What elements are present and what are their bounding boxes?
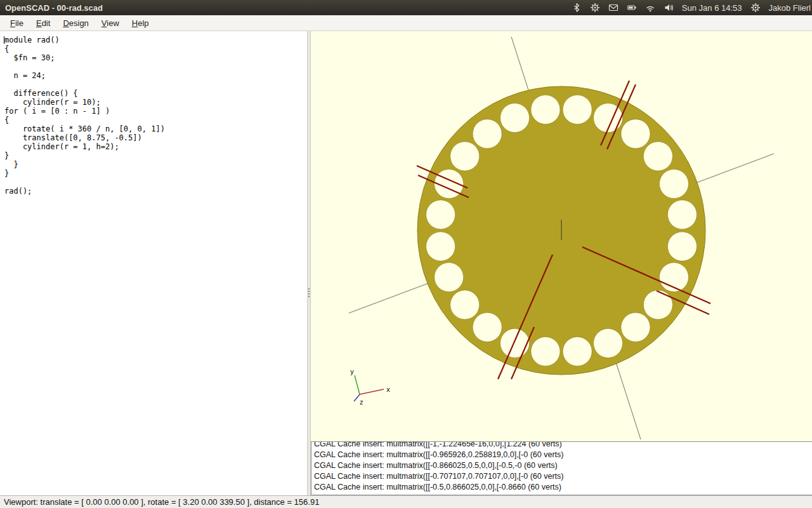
code-line: rad();	[4, 187, 307, 196]
menu-view[interactable]: View	[95, 17, 126, 30]
disc-hole	[621, 119, 650, 149]
code-line: $fn = 30;	[4, 53, 307, 62]
wifi-icon[interactable]	[645, 3, 655, 13]
disc-hole	[531, 337, 560, 366]
gear-indicator-icon[interactable]	[590, 3, 600, 13]
disc-hole	[643, 290, 672, 319]
disc-hole	[450, 142, 480, 171]
window-title: OpenSCAD - 00-rad.scad	[5, 3, 103, 13]
code-lines: module rad(){ $fn = 30; n = 24; differen…	[0, 31, 307, 196]
disc-hole	[501, 104, 530, 133]
system-panel: OpenSCAD - 00-rad.scad	[0, 0, 812, 15]
code-line: for ( i = [0 : n - 1] )	[4, 107, 307, 116]
text-cursor	[4, 36, 4, 44]
code-line	[4, 80, 307, 89]
disc-hole	[667, 200, 697, 229]
disc-hole	[426, 232, 455, 261]
code-line: rotate( i * 360 / n, [0, 0, 1])	[4, 124, 307, 133]
code-line: n = 24;	[4, 71, 307, 80]
axis-label-x: x	[386, 386, 390, 393]
axis-label-z: z	[360, 399, 363, 406]
bluetooth-icon[interactable]	[572, 3, 582, 13]
main-area: module rad(){ $fn = 30; n = 24; differen…	[0, 31, 812, 495]
volume-icon[interactable]	[664, 3, 674, 13]
code-line: module rad()	[4, 36, 307, 44]
console-lines: CGAL Cache insert: multmatrix([[-1,-1.22…	[314, 441, 812, 493]
status-bar: Viewport: translate = [ 0.00 0.00 0.00 ]…	[0, 495, 812, 508]
3d-viewport[interactable]: y x z	[311, 31, 812, 441]
disc-hole	[643, 142, 672, 171]
code-line: {	[4, 116, 307, 124]
disc-hole	[435, 263, 464, 292]
disc-hole	[531, 95, 560, 124]
code-line: }	[4, 169, 307, 178]
axis-label-y: y	[350, 368, 354, 375]
viewport-canvas[interactable]: y x z	[311, 31, 812, 441]
code-line: translate([0, 8.75, -0.5])	[4, 133, 307, 142]
disc-hole	[473, 119, 502, 149]
clock[interactable]: Sun Jan 6 14:53	[682, 3, 742, 13]
console-line: CGAL Cache insert: multmatrix([[-0.5,0.8…	[314, 482, 812, 493]
code-line: cylinder(r = 1, h=2);	[4, 142, 307, 151]
disc-hole	[594, 328, 623, 358]
disc-hole	[667, 232, 697, 261]
code-editor[interactable]: module rad(){ $fn = 30; n = 24; differen…	[0, 31, 307, 495]
disc-hole	[501, 328, 530, 358]
disc-hole	[659, 170, 688, 199]
right-column: y x z CGAL Cache insert: multmatrix([[-1…	[311, 31, 812, 495]
viewport-status-text: Viewport: translate = [ 0.00 0.00 0.00 ]…	[4, 497, 319, 507]
session-gear-icon[interactable]	[750, 3, 761, 13]
code-line: difference() {	[4, 89, 307, 98]
openscad-window: OpenSCAD - 00-rad.scad	[0, 0, 812, 508]
code-line: }	[4, 151, 307, 160]
code-line	[4, 62, 307, 71]
console-line: CGAL Cache insert: multmatrix([[-0.70710…	[314, 471, 812, 482]
indicator-area: Sun Jan 6 14:53 Jakob Flierl	[572, 3, 811, 13]
console-line: CGAL Cache insert: multmatrix([[-0.96592…	[314, 450, 812, 460]
battery-icon[interactable]	[627, 3, 637, 13]
code-line: cylinder(r = 10);	[4, 98, 307, 107]
menu-edit[interactable]: Edit	[30, 17, 56, 30]
disc-hole	[426, 200, 455, 229]
session-user[interactable]: Jakob Flierl	[769, 3, 811, 13]
mail-icon[interactable]	[608, 3, 619, 13]
disc-hole	[563, 95, 592, 124]
disc-hole	[621, 312, 650, 342]
splitter-grip	[308, 288, 310, 297]
code-line: {	[4, 44, 307, 53]
code-line	[4, 178, 307, 187]
disc-hole	[450, 290, 480, 319]
menu-bar: FileEditDesignViewHelp	[0, 15, 812, 31]
console-line: CGAL Cache insert: multmatrix([[-0.86602…	[314, 460, 812, 471]
code-line: }	[4, 160, 307, 169]
console-log[interactable]: CGAL Cache insert: multmatrix([[-1,-1.22…	[311, 441, 812, 495]
menu-design[interactable]: Design	[56, 17, 95, 30]
console-line: CGAL Cache insert: multmatrix([[-1,-1.22…	[314, 441, 812, 450]
menu-help[interactable]: Help	[126, 17, 155, 30]
disc-hole	[473, 312, 502, 342]
disc-hole	[563, 337, 592, 366]
menu-file[interactable]: File	[4, 17, 30, 30]
